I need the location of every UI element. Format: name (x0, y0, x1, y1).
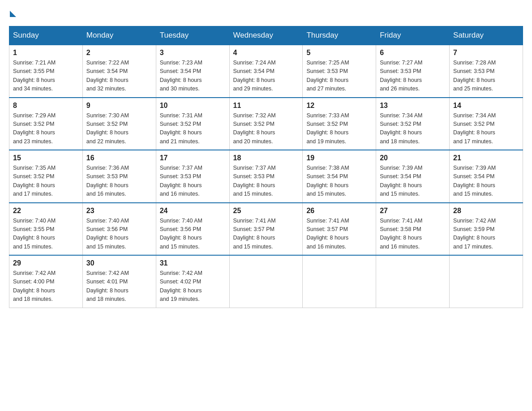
calendar-cell: 30 Sunrise: 7:42 AMSunset: 4:01 PMDaylig… (82, 255, 156, 308)
day-info: Sunrise: 7:39 AMSunset: 3:54 PMDaylight:… (453, 164, 519, 199)
day-number: 3 (160, 49, 226, 57)
day-info: Sunrise: 7:25 AMSunset: 3:53 PMDaylight:… (306, 59, 372, 94)
day-info: Sunrise: 7:41 AMSunset: 3:58 PMDaylight:… (380, 217, 446, 252)
day-info: Sunrise: 7:37 AMSunset: 3:53 PMDaylight:… (233, 164, 299, 199)
calendar-cell: 7 Sunrise: 7:28 AMSunset: 3:53 PMDayligh… (450, 45, 523, 98)
day-number: 8 (13, 102, 79, 110)
day-number: 18 (233, 154, 299, 162)
calendar-week-row: 15 Sunrise: 7:35 AMSunset: 3:52 PMDaylig… (9, 150, 523, 203)
weekday-header-friday: Friday (376, 26, 450, 45)
day-info: Sunrise: 7:37 AMSunset: 3:53 PMDaylight:… (160, 164, 226, 199)
day-number: 17 (160, 154, 226, 162)
calendar-week-row: 29 Sunrise: 7:42 AMSunset: 4:00 PMDaylig… (9, 255, 523, 308)
day-number: 27 (380, 207, 446, 215)
calendar-cell: 31 Sunrise: 7:42 AMSunset: 4:02 PMDaylig… (156, 255, 229, 308)
page-header (9, 9, 523, 17)
weekday-header-row: SundayMondayTuesdayWednesdayThursdayFrid… (9, 26, 523, 45)
calendar-cell (303, 255, 376, 308)
weekday-header-sunday: Sunday (9, 26, 83, 45)
day-info: Sunrise: 7:40 AMSunset: 3:55 PMDaylight:… (13, 217, 79, 252)
day-number: 22 (13, 207, 79, 215)
day-info: Sunrise: 7:27 AMSunset: 3:53 PMDaylight:… (380, 59, 446, 94)
day-number: 25 (233, 207, 299, 215)
calendar-cell: 1 Sunrise: 7:21 AMSunset: 3:55 PMDayligh… (9, 45, 83, 98)
weekday-header-saturday: Saturday (450, 26, 523, 45)
calendar-cell: 29 Sunrise: 7:42 AMSunset: 4:00 PMDaylig… (9, 255, 83, 308)
day-info: Sunrise: 7:32 AMSunset: 3:52 PMDaylight:… (233, 111, 299, 146)
day-info: Sunrise: 7:41 AMSunset: 3:57 PMDaylight:… (233, 217, 299, 252)
day-number: 9 (86, 102, 152, 110)
calendar-cell: 4 Sunrise: 7:24 AMSunset: 3:54 PMDayligh… (229, 45, 303, 98)
day-number: 30 (86, 259, 152, 267)
day-number: 11 (233, 102, 299, 110)
day-info: Sunrise: 7:30 AMSunset: 3:52 PMDaylight:… (86, 111, 152, 146)
day-number: 26 (306, 207, 372, 215)
day-info: Sunrise: 7:21 AMSunset: 3:55 PMDaylight:… (13, 59, 79, 94)
calendar-cell: 15 Sunrise: 7:35 AMSunset: 3:52 PMDaylig… (9, 150, 83, 203)
calendar-cell: 27 Sunrise: 7:41 AMSunset: 3:58 PMDaylig… (376, 203, 450, 256)
day-info: Sunrise: 7:35 AMSunset: 3:52 PMDaylight:… (13, 164, 79, 199)
day-info: Sunrise: 7:34 AMSunset: 3:52 PMDaylight:… (453, 111, 519, 146)
day-number: 16 (86, 154, 152, 162)
weekday-header-thursday: Thursday (303, 26, 376, 45)
logo (9, 9, 16, 17)
day-info: Sunrise: 7:29 AMSunset: 3:52 PMDaylight:… (13, 111, 79, 146)
calendar-cell: 23 Sunrise: 7:40 AMSunset: 3:56 PMDaylig… (82, 203, 156, 256)
day-info: Sunrise: 7:41 AMSunset: 3:57 PMDaylight:… (306, 217, 372, 252)
calendar-cell: 25 Sunrise: 7:41 AMSunset: 3:57 PMDaylig… (229, 203, 303, 256)
calendar-cell: 20 Sunrise: 7:39 AMSunset: 3:54 PMDaylig… (376, 150, 450, 203)
calendar-cell: 21 Sunrise: 7:39 AMSunset: 3:54 PMDaylig… (450, 150, 523, 203)
day-number: 28 (453, 207, 519, 215)
calendar-cell: 16 Sunrise: 7:36 AMSunset: 3:53 PMDaylig… (82, 150, 156, 203)
day-info: Sunrise: 7:31 AMSunset: 3:52 PMDaylight:… (160, 111, 226, 146)
weekday-header-wednesday: Wednesday (229, 26, 303, 45)
day-number: 2 (86, 49, 152, 57)
logo-arrow-icon (10, 11, 16, 17)
weekday-header-monday: Monday (82, 26, 156, 45)
day-number: 6 (380, 49, 446, 57)
day-info: Sunrise: 7:42 AMSunset: 3:59 PMDaylight:… (453, 217, 519, 252)
day-info: Sunrise: 7:40 AMSunset: 3:56 PMDaylight:… (160, 217, 226, 252)
calendar-table: SundayMondayTuesdayWednesdayThursdayFrid… (9, 26, 523, 308)
day-number: 29 (13, 259, 79, 267)
calendar-cell (450, 255, 523, 308)
day-info: Sunrise: 7:39 AMSunset: 3:54 PMDaylight:… (380, 164, 446, 199)
calendar-cell (376, 255, 450, 308)
day-number: 7 (453, 49, 519, 57)
day-info: Sunrise: 7:24 AMSunset: 3:54 PMDaylight:… (233, 59, 299, 94)
day-info: Sunrise: 7:40 AMSunset: 3:56 PMDaylight:… (86, 217, 152, 252)
calendar-cell: 10 Sunrise: 7:31 AMSunset: 3:52 PMDaylig… (156, 98, 229, 150)
day-info: Sunrise: 7:36 AMSunset: 3:53 PMDaylight:… (86, 164, 152, 199)
day-number: 31 (160, 259, 226, 267)
calendar-cell: 8 Sunrise: 7:29 AMSunset: 3:52 PMDayligh… (9, 98, 83, 150)
calendar-cell: 28 Sunrise: 7:42 AMSunset: 3:59 PMDaylig… (450, 203, 523, 256)
calendar-cell: 26 Sunrise: 7:41 AMSunset: 3:57 PMDaylig… (303, 203, 376, 256)
day-number: 13 (380, 102, 446, 110)
calendar-cell: 9 Sunrise: 7:30 AMSunset: 3:52 PMDayligh… (82, 98, 156, 150)
day-number: 12 (306, 102, 372, 110)
calendar-week-row: 8 Sunrise: 7:29 AMSunset: 3:52 PMDayligh… (9, 98, 523, 150)
day-number: 21 (453, 154, 519, 162)
day-number: 15 (13, 154, 79, 162)
day-number: 4 (233, 49, 299, 57)
calendar-cell: 14 Sunrise: 7:34 AMSunset: 3:52 PMDaylig… (450, 98, 523, 150)
day-info: Sunrise: 7:34 AMSunset: 3:52 PMDaylight:… (380, 111, 446, 146)
weekday-header-tuesday: Tuesday (156, 26, 229, 45)
calendar-week-row: 1 Sunrise: 7:21 AMSunset: 3:55 PMDayligh… (9, 45, 523, 98)
day-info: Sunrise: 7:42 AMSunset: 4:02 PMDaylight:… (160, 269, 226, 304)
day-number: 5 (306, 49, 372, 57)
day-info: Sunrise: 7:22 AMSunset: 3:54 PMDaylight:… (86, 59, 152, 94)
day-info: Sunrise: 7:42 AMSunset: 4:01 PMDaylight:… (86, 269, 152, 304)
calendar-cell: 17 Sunrise: 7:37 AMSunset: 3:53 PMDaylig… (156, 150, 229, 203)
day-number: 24 (160, 207, 226, 215)
calendar-cell: 5 Sunrise: 7:25 AMSunset: 3:53 PMDayligh… (303, 45, 376, 98)
day-info: Sunrise: 7:38 AMSunset: 3:54 PMDaylight:… (306, 164, 372, 199)
calendar-week-row: 22 Sunrise: 7:40 AMSunset: 3:55 PMDaylig… (9, 203, 523, 256)
day-number: 14 (453, 102, 519, 110)
day-number: 20 (380, 154, 446, 162)
day-number: 19 (306, 154, 372, 162)
calendar-cell (229, 255, 303, 308)
calendar-cell: 13 Sunrise: 7:34 AMSunset: 3:52 PMDaylig… (376, 98, 450, 150)
day-number: 1 (13, 49, 79, 57)
calendar-cell: 2 Sunrise: 7:22 AMSunset: 3:54 PMDayligh… (82, 45, 156, 98)
